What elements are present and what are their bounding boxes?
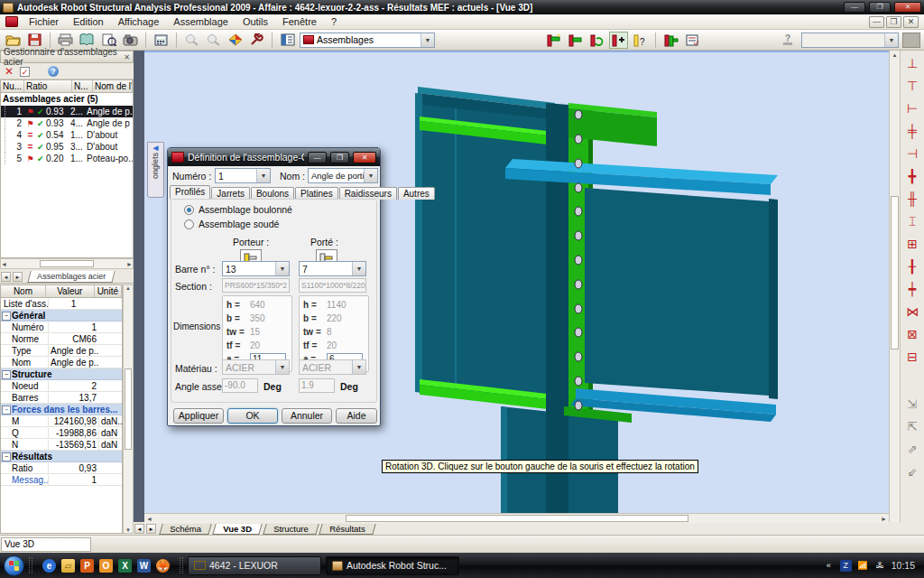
connection-type-icon-9[interactable]: ⊞ [902, 233, 922, 256]
property-group-structure[interactable]: Structure [1, 368, 122, 380]
property-group-results[interactable]: Résultats [1, 451, 122, 462]
property-row[interactable]: M124160,98daN... [1, 415, 122, 427]
tab-jarrets[interactable]: Jarrets [211, 187, 250, 200]
apply-button[interactable]: Appliquer [173, 408, 224, 424]
expand-left-icon[interactable]: ◄ [148, 143, 163, 153]
connection-add-icon[interactable] [609, 32, 628, 49]
tab-raidisseurs[interactable]: Raidisseurs [339, 187, 397, 200]
cancel-button[interactable]: Annuler [282, 408, 332, 424]
restore-button[interactable]: ❐ [869, 2, 891, 13]
view-vertical-scrollbar[interactable]: ▲ [889, 51, 900, 522]
task-robot-window[interactable]: Autodesk Robot Struc... [326, 556, 459, 575]
zoom-out-icon[interactable] [204, 32, 223, 49]
screen-capture-icon[interactable] [99, 32, 118, 49]
antivirus-tray-icon[interactable]: Z [840, 560, 852, 572]
barre2-select[interactable]: 7▼ [299, 261, 366, 276]
connection-type-icon-10[interactable]: ╂ [902, 256, 922, 278]
property-row[interactable]: NormeCM66 [1, 333, 122, 345]
menu-edition[interactable]: Edition [66, 15, 111, 28]
onglets-collapsed-panel[interactable]: ◄ onglets [147, 142, 164, 198]
connection-type-icon-7[interactable]: ╫ [902, 188, 922, 210]
properties-header[interactable]: Nom Valeur Unité [1, 285, 122, 298]
barre1-select[interactable]: 13▼ [222, 261, 290, 276]
radio-welded[interactable]: Assemblage soudé [184, 219, 279, 229]
chevron-down-icon[interactable]: ▼ [275, 262, 289, 275]
property-row[interactable]: Messag...1 [1, 474, 122, 486]
property-group-general[interactable]: Général [1, 310, 122, 322]
save-icon[interactable] [25, 32, 44, 49]
dialog-restore-button[interactable]: ❐ [330, 152, 349, 163]
connection-type-icon-6[interactable]: ╋ [902, 165, 922, 188]
zoom-window-icon[interactable]: ⇱ [902, 416, 922, 439]
property-row[interactable]: TypeAngle de p... [1, 345, 122, 357]
connection-type-icon-12[interactable]: ⋈ [902, 301, 922, 323]
chevron-down-icon[interactable]: ▼ [364, 169, 377, 182]
dialog-minimize-button[interactable]: — [308, 152, 327, 163]
document-icon[interactable] [5, 16, 18, 27]
network-error-tray-icon[interactable]: 🖧 [874, 560, 886, 572]
menu-fenetre[interactable]: Fenêtre [275, 15, 324, 28]
connection-definition-icon[interactable] [566, 32, 585, 49]
help-button[interactable]: Aide [336, 408, 377, 424]
menu-assemblage[interactable]: Assemblage [166, 15, 236, 28]
tab-profiles[interactable]: Profilés [170, 185, 210, 200]
connection-verify-icon[interactable]: ? [631, 32, 650, 49]
open-icon[interactable] [4, 32, 23, 49]
close-button[interactable]: ✕ [894, 2, 921, 13]
tab-scroll-right-icon[interactable]: ► [146, 524, 156, 534]
print-preview-icon[interactable] [78, 32, 97, 49]
verify-connection-icon[interactable]: ✓ [20, 67, 30, 77]
calculation-note-icon[interactable] [683, 32, 702, 49]
chevron-down-icon[interactable]: ▼ [352, 262, 365, 275]
tab-vue-3d[interactable]: Vue 3D [212, 524, 262, 535]
menu-outils[interactable]: Outils [236, 15, 275, 28]
tab-assemblages-acier[interactable]: Assemblages acier [27, 271, 115, 283]
property-row[interactable]: Noeud2 [1, 380, 122, 392]
folder-icon[interactable]: ▱ [61, 559, 75, 573]
task-folder-window[interactable]: 4642 - LEXUOR [188, 556, 321, 575]
new-connection-icon[interactable] [544, 32, 563, 49]
firefox-icon[interactable]: 🦊 [156, 559, 170, 573]
tab-autres[interactable]: Autres [398, 187, 435, 200]
property-row[interactable]: Q-19988,86daN [1, 427, 122, 439]
zoom-in-icon[interactable] [182, 32, 201, 49]
property-row[interactable]: Liste d'ass...1 [1, 298, 122, 310]
wireless-tray-icon[interactable]: 📶 [857, 560, 869, 572]
print-icon[interactable] [56, 32, 75, 49]
connection-type-icon-3[interactable]: ⊢ [902, 98, 922, 120]
powerpoint-icon[interactable]: P [80, 559, 94, 573]
connection-type-icon-11[interactable]: ┿ [902, 278, 922, 301]
property-group-forces[interactable]: Forces dans les barres... [1, 404, 122, 415]
start-button[interactable] [4, 555, 24, 576]
connection-type-icon-8[interactable]: ⌶ [902, 210, 922, 233]
tab-scroll-left-icon[interactable]: ◄ [134, 524, 144, 534]
delete-connection-icon[interactable]: ✕ [5, 65, 14, 78]
connection-type-icon-2[interactable]: ⊤ [902, 75, 922, 98]
object-inspector-icon[interactable] [278, 32, 297, 49]
connection-row-1[interactable]: 1 ⚑ ✔ 0.93 2... Angle de p... [1, 106, 133, 117]
connection-type-icon-14[interactable]: ⊟ [902, 346, 922, 368]
preferences-wrench-icon[interactable] [247, 32, 266, 49]
calculator-icon[interactable] [152, 32, 171, 49]
numero-select[interactable]: 1▼ [215, 168, 271, 183]
ok-button[interactable]: OK [227, 408, 278, 424]
zoom-out-view-icon[interactable]: ⇙ [902, 461, 922, 484]
tab-structure[interactable]: Structure [263, 524, 319, 535]
layout-selector[interactable]: Assemblages ▼ [300, 33, 435, 48]
camera-icon[interactable] [121, 32, 140, 49]
connection-results-icon[interactable] [661, 32, 680, 49]
tray-overflow-chevron[interactable]: « [823, 560, 835, 572]
connections-table-header[interactable]: Nu... Ratio N... Nom de l'a [1, 80, 133, 93]
help-search-box[interactable]: ▼ [801, 33, 899, 48]
connection-type-icon-13[interactable]: ⊠ [902, 323, 922, 346]
chevron-down-icon[interactable]: ▼ [256, 169, 270, 182]
excel-icon[interactable]: X [118, 559, 132, 573]
3d-view-icon[interactable] [226, 32, 245, 49]
property-row[interactable]: N-13569,51daN [1, 439, 122, 451]
radio-bolted[interactable]: Assemblage boulonné [184, 204, 292, 215]
dialog-titlebar[interactable]: Définition de l'assemblage-CM66 — ❐ ✕ [168, 148, 380, 166]
menu-fichier[interactable]: Fichier [22, 15, 66, 28]
manager-horizontal-scrollbar[interactable]: ◄► [0, 258, 134, 269]
property-row[interactable]: Barres13,7 [1, 392, 122, 404]
connection-row-3[interactable]: 3 = ✔ 0.95 3... D'about [1, 141, 133, 153]
